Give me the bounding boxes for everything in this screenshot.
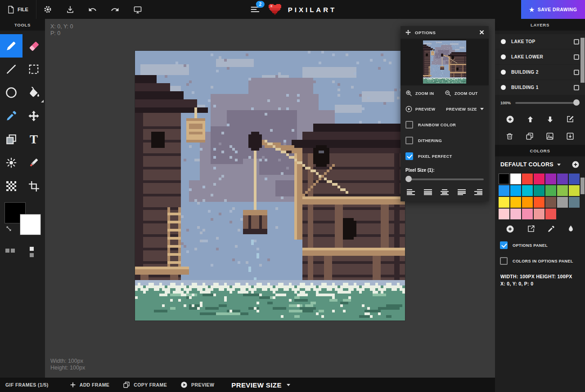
color-swatch[interactable] (534, 209, 544, 219)
color-swatch[interactable] (522, 209, 533, 219)
color-swatch[interactable] (534, 197, 544, 208)
mini-toggle-squares[interactable] (0, 247, 45, 260)
layer-select-checkbox[interactable] (574, 54, 579, 60)
lighten-tool[interactable] (0, 151, 22, 174)
preview-size-button[interactable]: PREVIEW SIZE (225, 378, 297, 392)
move-layer-down-button[interactable] (546, 116, 554, 123)
move-tool[interactable] (22, 104, 45, 128)
align-right-button[interactable] (474, 189, 483, 196)
align-justify-button[interactable] (423, 189, 432, 196)
zoom-out-button[interactable]: ZOOM OUT (445, 90, 484, 97)
save-drawing-button[interactable]: ★ SAVE DRAWING (521, 0, 585, 19)
palette-scrollbar[interactable] (580, 178, 585, 194)
dithering-checkbox[interactable] (405, 137, 413, 144)
color-swatch[interactable] (499, 174, 509, 184)
palette-select-dropdown[interactable]: DEFAULT COLORS (500, 161, 554, 168)
align-fill-button[interactable] (457, 189, 466, 196)
color-swatch[interactable] (557, 174, 568, 184)
file-menu-button[interactable]: FILE (0, 0, 36, 19)
color-replace-tool[interactable] (22, 151, 45, 174)
fill-tool[interactable] (22, 81, 45, 104)
layer-row[interactable]: LAKE LOWER (495, 49, 585, 64)
add-layer-button[interactable] (506, 115, 514, 124)
color-swatch[interactable] (522, 174, 533, 184)
color-swatch[interactable] (510, 185, 521, 196)
notifications-menu-button[interactable]: 2 (248, 0, 262, 19)
add-color-button[interactable] (506, 225, 514, 233)
flatten-layer-button[interactable] (566, 132, 574, 140)
colors-in-options-checkbox[interactable] (500, 257, 508, 265)
paint-drop-button[interactable] (567, 225, 574, 233)
color-swatch[interactable] (522, 185, 533, 196)
color-swatch[interactable] (499, 185, 509, 196)
mini-square[interactable] (30, 247, 34, 251)
slider-thumb[interactable] (573, 99, 580, 106)
rainbow-color-checkbox[interactable] (405, 121, 413, 129)
download-button[interactable] (59, 0, 81, 19)
crop-tool[interactable] (22, 174, 45, 198)
drawing-canvas[interactable] (135, 51, 405, 321)
layer-visibility-dot[interactable] (501, 70, 506, 75)
color-swatch[interactable] (534, 185, 544, 196)
copy-frame-button[interactable]: COPY FRAME (116, 378, 174, 392)
color-swatch[interactable] (510, 174, 521, 184)
merge-layer-button[interactable] (546, 132, 554, 140)
color-swatch[interactable] (545, 174, 556, 184)
layer-row[interactable]: BUILDING 1 (495, 80, 585, 95)
layer-row[interactable]: LAKE TOP (495, 34, 585, 49)
line-tool[interactable] (0, 58, 22, 81)
color-swatch[interactable] (557, 185, 568, 196)
add-frame-button[interactable]: ADD FRAME (63, 378, 117, 392)
color-swatch[interactable] (510, 197, 521, 208)
redo-button[interactable] (104, 0, 126, 19)
text-tool[interactable]: T (22, 128, 45, 151)
color-swatch[interactable] (510, 209, 521, 219)
zoom-in-button[interactable]: ZOOM IN (405, 90, 445, 97)
dither-tool[interactable] (0, 174, 22, 198)
layer-visibility-dot[interactable] (501, 39, 506, 44)
layers-scrollbar[interactable] (580, 38, 585, 83)
color-swatch[interactable] (569, 197, 580, 208)
color-swatch[interactable] (569, 185, 580, 196)
close-icon[interactable]: × (479, 28, 484, 36)
undo-button[interactable] (81, 0, 104, 19)
color-swatch[interactable] (499, 209, 509, 219)
options-panel-checkbox[interactable] (500, 241, 508, 249)
preview-size-dropdown[interactable]: PREVIEW SIZE (446, 107, 484, 111)
color-swatch[interactable] (545, 197, 556, 208)
drag-move-icon[interactable] (405, 29, 411, 36)
layer-opacity-slider[interactable] (515, 97, 580, 109)
layer-select-checkbox[interactable] (574, 85, 579, 90)
clone-tool[interactable] (0, 128, 22, 151)
pixel-perfect-checkbox[interactable] (405, 152, 413, 160)
color-swatch[interactable] (545, 185, 556, 196)
preview-button[interactable]: PREVIEW (174, 378, 221, 392)
preview-play-button[interactable]: PREVIEW (405, 106, 446, 112)
circle-tool[interactable] (0, 81, 22, 104)
export-palette-button[interactable] (527, 225, 535, 233)
align-center-button[interactable] (440, 189, 449, 196)
color-swatch[interactable] (499, 197, 509, 208)
secondary-color-swatch[interactable] (20, 214, 41, 235)
layer-select-checkbox[interactable] (574, 70, 579, 75)
settings-button[interactable] (36, 0, 59, 19)
layer-visibility-dot[interactable] (501, 54, 506, 59)
move-layer-up-button[interactable] (526, 116, 534, 123)
color-swatch[interactable] (522, 197, 533, 208)
add-palette-button[interactable] (572, 160, 580, 169)
layer-row[interactable]: BUILDING 2 (495, 65, 585, 80)
pixel-size-slider[interactable] (405, 174, 484, 185)
eyedropper-tool[interactable] (0, 104, 22, 128)
duplicate-layer-button[interactable] (526, 132, 534, 140)
layer-select-checkbox[interactable] (574, 39, 579, 45)
options-panel-header[interactable]: OPTIONS × (400, 26, 489, 39)
align-left-button[interactable] (406, 189, 415, 196)
fullscreen-button[interactable] (126, 0, 149, 19)
color-swatch[interactable] (557, 197, 568, 208)
color-swatch[interactable] (569, 174, 580, 184)
layer-visibility-dot[interactable] (501, 85, 506, 90)
rename-layer-button[interactable] (566, 115, 574, 123)
color-swatch[interactable] (534, 174, 544, 184)
pick-color-button[interactable] (547, 225, 555, 233)
mini-square[interactable] (5, 249, 9, 253)
